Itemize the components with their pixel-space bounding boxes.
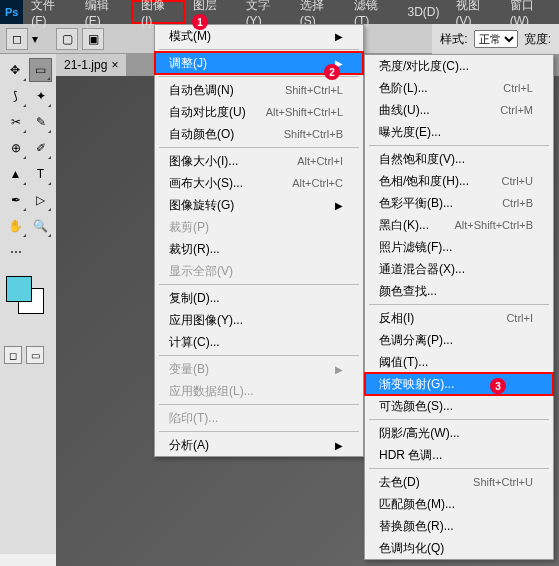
selection-add-icon[interactable]: ▣ — [82, 28, 104, 50]
menu-item-label: 阴影/高光(W)... — [379, 425, 460, 442]
menu-item[interactable]: 匹配颜色(M)... — [365, 493, 553, 515]
menu-item[interactable]: 亮度/对比度(C)... — [365, 55, 553, 77]
shortcut: Alt+Shift+Ctrl+B — [454, 219, 533, 231]
selection-new-icon[interactable]: ▢ — [56, 28, 78, 50]
hand-tool-icon[interactable]: ✋ — [4, 214, 27, 238]
submenu-arrow-icon: ▶ — [335, 440, 343, 451]
menu-item-label: 通道混合器(X)... — [379, 261, 465, 278]
annotation-badge-3: 3 — [490, 378, 506, 394]
menu-item[interactable]: 分析(A)▶ — [155, 434, 363, 456]
menu-item-label: 复制(D)... — [169, 290, 220, 307]
menu-3D[interactable]: 3D(D) — [400, 0, 448, 24]
menu-item[interactable]: 模式(M)▶ — [155, 25, 363, 47]
submenu-arrow-icon: ▶ — [335, 31, 343, 42]
menu-item[interactable]: 自动颜色(O)Shift+Ctrl+B — [155, 123, 363, 145]
menu-item-label: 分析(A) — [169, 437, 209, 454]
color-swatches[interactable] — [4, 274, 52, 314]
separator — [369, 468, 549, 469]
menu-文件[interactable]: 文件(F) — [23, 0, 77, 24]
document-tab[interactable]: 21-1.jpg × — [56, 54, 126, 76]
menu-图像[interactable]: 图像(I) — [131, 0, 185, 24]
menu-item[interactable]: 色相/饱和度(H)...Ctrl+U — [365, 170, 553, 192]
menu-item[interactable]: 可选颜色(S)... — [365, 395, 553, 417]
menu-item[interactable]: 复制(D)... — [155, 287, 363, 309]
move-tool-icon[interactable]: ✥ — [4, 58, 27, 82]
width-label: 宽度: — [524, 31, 551, 48]
annotation-badge-2: 2 — [324, 64, 340, 80]
menu-item[interactable]: 色阶(L)...Ctrl+L — [365, 77, 553, 99]
menu-item[interactable]: 色调分离(P)... — [365, 329, 553, 351]
pen-tool-icon[interactable]: ✒ — [4, 188, 27, 212]
shortcut: Shift+Ctrl+L — [285, 84, 343, 96]
fg-color-swatch[interactable] — [6, 276, 32, 302]
menu-item[interactable]: 黑白(K)...Alt+Shift+Ctrl+B — [365, 214, 553, 236]
separator — [159, 431, 359, 432]
separator — [369, 419, 549, 420]
menu-item[interactable]: 自动色调(N)Shift+Ctrl+L — [155, 79, 363, 101]
style-select[interactable]: 正常 — [474, 30, 518, 48]
type-tool-icon[interactable]: T — [29, 162, 52, 186]
menu-窗口[interactable]: 窗口(W) — [502, 0, 559, 24]
menu-视图[interactable]: 视图(V) — [448, 0, 502, 24]
menu-选择[interactable]: 选择(S) — [292, 0, 346, 24]
zoom-tool-icon[interactable]: 🔍 — [29, 214, 52, 238]
eyedropper-tool-icon[interactable]: ✎ — [29, 110, 52, 134]
adjustments-submenu: 亮度/对比度(C)...色阶(L)...Ctrl+L曲线(U)...Ctrl+M… — [364, 54, 554, 560]
lasso-tool-icon[interactable]: ⟆ — [4, 84, 27, 108]
menu-item-label: 色调分离(P)... — [379, 332, 453, 349]
menu-item[interactable]: 反相(I)Ctrl+I — [365, 307, 553, 329]
menu-item[interactable]: 替换颜色(R)... — [365, 515, 553, 537]
menu-滤镜[interactable]: 滤镜(T) — [346, 0, 400, 24]
menu-item[interactable]: 图像大小(I)...Alt+Ctrl+I — [155, 150, 363, 172]
menu-item-label: 图像旋转(G) — [169, 197, 234, 214]
menu-item[interactable]: 渐变映射(G)... — [365, 373, 553, 395]
shortcut: Shift+Ctrl+B — [284, 128, 343, 140]
menu-item[interactable]: 图像旋转(G)▶ — [155, 194, 363, 216]
menu-item[interactable]: 去色(D)Shift+Ctrl+U — [365, 471, 553, 493]
brush-tool-icon[interactable]: ✐ — [29, 136, 52, 160]
menu-item[interactable]: 曝光度(E)... — [365, 121, 553, 143]
separator — [159, 49, 359, 50]
menu-item[interactable]: HDR 色调... — [365, 444, 553, 466]
style-label: 样式: — [440, 31, 467, 48]
close-icon[interactable]: × — [111, 58, 118, 72]
submenu-arrow-icon: ▶ — [335, 200, 343, 211]
menu-item[interactable]: 颜色查找... — [365, 280, 553, 302]
menu-item[interactable]: 曲线(U)...Ctrl+M — [365, 99, 553, 121]
marquee-tool-icon[interactable]: ▭ — [29, 58, 52, 82]
menu-item-label: 曲线(U)... — [379, 102, 430, 119]
more-tools-icon[interactable]: ⋯ — [4, 240, 28, 264]
menu-item[interactable]: 自动对比度(U)Alt+Shift+Ctrl+L — [155, 101, 363, 123]
menu-item-label: 自动对比度(U) — [169, 104, 246, 121]
screenmode-icon[interactable]: ▭ — [26, 346, 44, 364]
menu-item[interactable]: 阈值(T)... — [365, 351, 553, 373]
menu-item[interactable]: 色彩平衡(B)...Ctrl+B — [365, 192, 553, 214]
wand-tool-icon[interactable]: ✦ — [29, 84, 52, 108]
menu-item-label: 画布大小(S)... — [169, 175, 243, 192]
menu-文字[interactable]: 文字(Y) — [238, 0, 292, 24]
menu-item: 应用数据组(L)... — [155, 380, 363, 402]
separator — [159, 147, 359, 148]
quickmask-icon[interactable]: ◻ — [4, 346, 22, 364]
menu-item-label: 裁切(R)... — [169, 241, 220, 258]
heal-tool-icon[interactable]: ⊕ — [4, 136, 27, 160]
menu-item-label: 应用图像(Y)... — [169, 312, 243, 329]
menu-item[interactable]: 阴影/高光(W)... — [365, 422, 553, 444]
path-tool-icon[interactable]: ▷ — [29, 188, 52, 212]
menu-item[interactable]: 裁切(R)... — [155, 238, 363, 260]
marquee-options-icon[interactable]: ◻ — [6, 28, 28, 50]
menu-item[interactable]: 画布大小(S)...Alt+Ctrl+C — [155, 172, 363, 194]
crop-tool-icon[interactable]: ✂ — [4, 110, 27, 134]
menu-编辑[interactable]: 编辑(E) — [77, 0, 131, 24]
menu-item[interactable]: 应用图像(Y)... — [155, 309, 363, 331]
menu-item-label: 色阶(L)... — [379, 80, 428, 97]
menu-item[interactable]: 自然饱和度(V)... — [365, 148, 553, 170]
menu-item[interactable]: 色调均化(Q) — [365, 537, 553, 559]
menu-item[interactable]: 通道混合器(X)... — [365, 258, 553, 280]
menu-item-label: 陷印(T)... — [169, 410, 218, 427]
menu-item-label: 变量(B) — [169, 361, 209, 378]
stamp-tool-icon[interactable]: ▲ — [4, 162, 27, 186]
menu-item-label: 照片滤镜(F)... — [379, 239, 452, 256]
menu-item[interactable]: 计算(C)... — [155, 331, 363, 353]
menu-item[interactable]: 照片滤镜(F)... — [365, 236, 553, 258]
